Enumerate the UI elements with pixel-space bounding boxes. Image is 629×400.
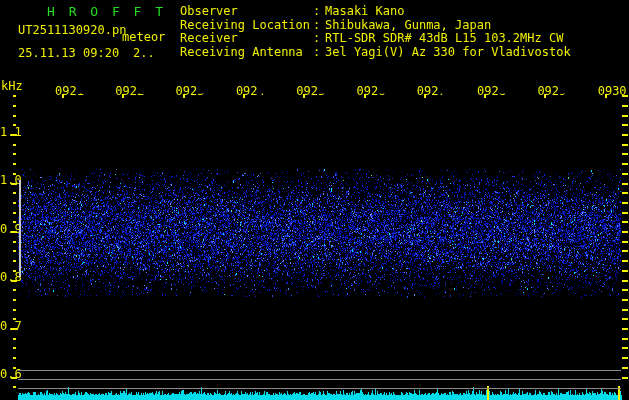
y-axis-tick <box>11 231 17 233</box>
info-row-receiver: Receiver:RTL-SDR SDR# 43dB L15 103.2MHz … <box>180 32 571 46</box>
right-axis-tick <box>622 260 628 262</box>
info-label: Observer <box>180 5 313 19</box>
y-axis-tick <box>13 144 16 146</box>
y-tick-label: 1.1 <box>0 125 22 139</box>
x-tick-label: 0926 <box>357 84 386 98</box>
right-axis-tick <box>622 212 628 214</box>
y-axis-tick <box>13 202 16 204</box>
minute-tick <box>243 94 245 98</box>
right-axis-tick <box>622 153 628 155</box>
right-axis-tick <box>622 134 628 136</box>
y-axis-tick <box>13 124 16 126</box>
right-axis-tick <box>622 163 628 165</box>
right-axis-tick <box>622 241 628 243</box>
mode-label: meteor <box>122 30 165 44</box>
separator: : <box>313 46 325 60</box>
info-value: Shibukawa, Gunma, Japan <box>325 18 491 32</box>
y-axis-tick <box>13 163 16 165</box>
app-title: H R O F F T <box>47 4 166 19</box>
x-tick-label: 0928 <box>477 84 506 98</box>
y-axis-tick <box>13 299 16 301</box>
x-tick-label: 0924 <box>236 84 265 98</box>
y-axis-tick <box>13 105 16 107</box>
right-axis-tick <box>622 270 628 272</box>
right-axis-tick <box>622 289 628 291</box>
x-tick-label: 0922 <box>115 84 144 98</box>
y-axis-tick <box>11 183 17 185</box>
y-axis-tick <box>11 280 17 282</box>
y-axis-tick <box>13 192 16 194</box>
info-value: 3el Yagi(V) Az 330 for Vladivostok <box>325 45 571 59</box>
right-axis-tick <box>622 357 628 359</box>
right-axis-tick <box>622 221 628 223</box>
x-tick-partial-digit: 5 <box>318 84 325 98</box>
right-axis-tick <box>622 183 628 185</box>
x-tick-partial-digit: 2 <box>137 84 144 98</box>
y-axis-tick <box>13 318 16 320</box>
y-axis-tick <box>13 338 16 340</box>
x-tick-partial-digit: 1 <box>77 84 84 98</box>
x-tick-label: 0923 <box>176 84 205 98</box>
y-axis-tick <box>13 250 16 252</box>
right-axis-tick <box>622 328 628 330</box>
right-axis-tick <box>622 318 628 320</box>
info-row-location: Receiving Location:Shibukawa, Gunma, Jap… <box>180 19 571 33</box>
spectrogram-canvas <box>0 0 629 400</box>
info-label: Receiver <box>180 32 313 46</box>
minute-tick <box>424 94 426 98</box>
y-axis-tick <box>13 221 16 223</box>
y-axis-tick <box>13 347 16 349</box>
y-axis-tick <box>13 289 16 291</box>
level-ref-line <box>18 379 621 380</box>
minute-tick <box>605 94 607 98</box>
y-axis-tick <box>11 134 17 136</box>
x-tick-partial-digit: 4 <box>258 84 265 98</box>
y-axis-tick <box>13 115 16 117</box>
separator: : <box>313 32 325 46</box>
count-label: 2.. <box>133 46 155 60</box>
right-axis-tick <box>622 367 628 369</box>
x-tick-label: 0927 <box>417 84 446 98</box>
right-axis-tick <box>622 105 628 107</box>
minute-tick <box>183 94 185 98</box>
band-marker-line <box>19 180 21 277</box>
right-axis-tick <box>622 144 628 146</box>
y-axis-tick <box>13 95 16 97</box>
right-axis-tick <box>622 173 628 175</box>
minute-tick <box>62 94 64 98</box>
right-axis-tick <box>622 280 628 282</box>
info-row-observer: Observer:Masaki Kano <box>180 5 571 19</box>
separator: : <box>313 5 325 19</box>
right-axis-tick <box>622 338 628 340</box>
y-axis-tick <box>13 241 16 243</box>
right-axis-tick <box>622 231 628 233</box>
level-ref-line <box>18 370 621 371</box>
y-axis-unit: kHz <box>1 79 23 93</box>
y-tick-label: 0.7 <box>0 319 22 333</box>
y-axis-tick <box>13 309 16 311</box>
info-value: RTL-SDR SDR# 43dB L15 103.2MHz CW <box>325 31 563 45</box>
x-tick-partial-digit: 7 <box>438 84 445 98</box>
right-axis-tick <box>622 192 628 194</box>
minute-tick <box>544 94 546 98</box>
y-axis-tick <box>13 153 16 155</box>
info-label: Receiving Location <box>180 19 313 33</box>
right-axis-tick <box>622 309 628 311</box>
x-tick-partial-digit: 3 <box>197 84 204 98</box>
minute-tick <box>364 94 366 98</box>
x-tick-partial-digit: 6 <box>378 84 385 98</box>
right-axis-tick <box>622 95 628 97</box>
y-axis-tick <box>13 260 16 262</box>
output-filename: UT2511130920.pn <box>18 23 126 37</box>
y-axis-tick <box>13 367 16 369</box>
hrofft-window: H R O F F T UT2511130920.pn meteor 25.11… <box>0 0 629 400</box>
x-tick-partial-digit: 8 <box>499 84 506 98</box>
y-axis-tick <box>13 173 16 175</box>
y-axis-tick <box>13 357 16 359</box>
minute-tick <box>303 94 305 98</box>
x-tick-label: 0921 <box>55 84 84 98</box>
right-axis-tick <box>622 115 628 117</box>
separator: : <box>313 19 325 33</box>
x-tick-label: 0929 <box>537 84 566 98</box>
right-axis-tick <box>622 124 628 126</box>
